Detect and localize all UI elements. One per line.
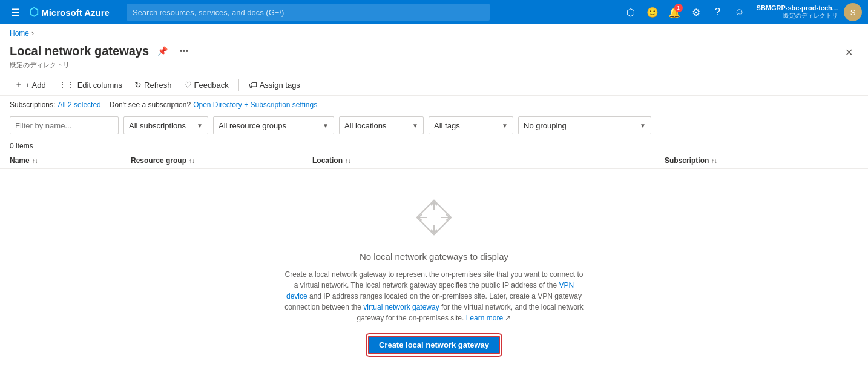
locations-filter[interactable]: All locations ▼ [339, 116, 424, 134]
breadcrumb-separator: › [31, 29, 34, 38]
page-title: Local network gateways [10, 44, 149, 58]
assign-tags-button[interactable]: 🏷 Assign tags [244, 78, 305, 92]
brand-logo: ⬡ Microsoft Azure [29, 5, 110, 19]
subscriptions-separator: – Don't see a subscription? [104, 101, 191, 109]
table-header-subscription[interactable]: Subscription ↑↓ [665, 156, 846, 165]
topbar-icons: ⬡ 🙂 🔔 1 ⚙ ? ☺ SBMGRP-sbc-prod-tech... 既定… [621, 2, 862, 22]
virtual-network-gateway-link[interactable]: virtual network gateway [363, 303, 439, 311]
table-header-name[interactable]: Name ↑↓ [10, 156, 131, 165]
account-icon[interactable]: ☺ [730, 2, 749, 22]
subscriptions-bar: Subscriptions: All 2 selected – Don't se… [0, 96, 868, 114]
page-header-left: Local network gateways 📌 ••• 既定のディレクトリ [10, 42, 192, 70]
empty-state-description: Create a local network gateway to repres… [283, 269, 585, 323]
notification-badge: 1 [674, 4, 683, 12]
subscriptions-label: Subscriptions: [10, 101, 55, 109]
topbar: ☰ ⬡ Microsoft Azure ⬡ 🙂 🔔 1 ⚙ ? ☺ SBMGRP… [0, 0, 868, 24]
toolbar: ＋ + Add ⋮⋮ Edit columns ↻ Refresh ♡ Feed… [0, 74, 868, 96]
breadcrumb-home[interactable]: Home [10, 29, 29, 38]
pin-icon[interactable]: 📌 [154, 42, 171, 59]
add-button[interactable]: ＋ + Add [10, 77, 51, 93]
columns-icon: ⋮⋮ [58, 80, 75, 90]
empty-state-title: No local network gateways to display [360, 251, 508, 262]
hamburger-menu[interactable]: ☰ [6, 4, 24, 21]
name-filter-input[interactable] [10, 116, 119, 134]
close-button[interactable]: ✕ [839, 42, 858, 62]
sort-icon: ↑↓ [345, 157, 351, 164]
toolbar-divider [238, 79, 239, 91]
open-directory-link[interactable]: Open Directory + Subscription settings [193, 101, 317, 109]
items-count: 0 items [0, 139, 868, 153]
subscriptions-filter[interactable]: All subscriptions ▼ [123, 116, 208, 134]
grouping-filter[interactable]: No grouping ▼ [518, 116, 651, 134]
notifications-icon[interactable]: 🔔 1 [665, 2, 684, 22]
page-header: Local network gateways 📌 ••• 既定のディレクトリ ✕ [0, 42, 868, 74]
chevron-down-icon: ▼ [412, 122, 418, 129]
search-container [127, 4, 490, 21]
chevron-down-icon: ▼ [197, 122, 203, 129]
filters-row: All subscriptions ▼ All resource groups … [0, 114, 868, 139]
empty-state-icon [410, 193, 458, 242]
table-header-scroll [846, 156, 858, 165]
search-input[interactable] [127, 4, 490, 21]
add-icon: ＋ [15, 79, 23, 90]
refresh-icon: ↻ [134, 80, 142, 90]
create-local-network-gateway-button[interactable]: Create local network gateway [368, 336, 500, 354]
resource-groups-filter[interactable]: All resource groups ▼ [213, 116, 334, 134]
user-directory: 既定のディレクトリ [783, 12, 838, 20]
subscriptions-link[interactable]: All 2 selected [58, 101, 100, 109]
more-options-icon[interactable]: ••• [176, 42, 192, 59]
feedback-icon[interactable]: 🙂 [643, 2, 662, 22]
tags-filter[interactable]: All tags ▼ [429, 116, 513, 134]
chevron-down-icon: ▼ [502, 122, 508, 129]
help-icon[interactable]: ? [708, 2, 728, 22]
table-header: Name ↑↓ Resource group ↑↓ Location ↑↓ Su… [0, 153, 868, 169]
settings-icon[interactable]: ⚙ [686, 2, 706, 22]
feedback-button[interactable]: ♡ Feedback [179, 78, 234, 92]
edit-columns-button[interactable]: ⋮⋮ Edit columns [53, 78, 127, 92]
cloud-shell-icon[interactable]: ⬡ [621, 2, 640, 22]
tag-icon: 🏷 [249, 80, 257, 90]
refresh-button[interactable]: ↻ Refresh [130, 78, 177, 92]
sort-icon: ↑↓ [189, 157, 195, 164]
empty-state: No local network gateways to display Cre… [0, 169, 868, 379]
table-header-location[interactable]: Location ↑↓ [312, 156, 665, 165]
chevron-down-icon: ▼ [323, 122, 329, 129]
sort-icon: ↑↓ [32, 157, 38, 164]
page-title-row: Local network gateways 📌 ••• [10, 42, 192, 59]
table-header-resource-group[interactable]: Resource group ↑↓ [131, 156, 312, 165]
breadcrumb: Home › [0, 24, 868, 42]
main-content: Home › Local network gateways 📌 ••• 既定のデ… [0, 24, 868, 384]
page-subtitle: 既定のディレクトリ [10, 61, 192, 70]
sort-icon: ↑↓ [711, 157, 717, 164]
heart-icon: ♡ [184, 80, 192, 90]
user-name: SBMGRP-sbc-prod-tech... [757, 4, 838, 12]
learn-more-link[interactable]: Learn more [466, 314, 503, 322]
chevron-down-icon: ▼ [640, 122, 646, 129]
user-info[interactable]: SBMGRP-sbc-prod-tech... 既定のディレクトリ [757, 4, 838, 20]
user-avatar[interactable]: S [844, 3, 862, 21]
